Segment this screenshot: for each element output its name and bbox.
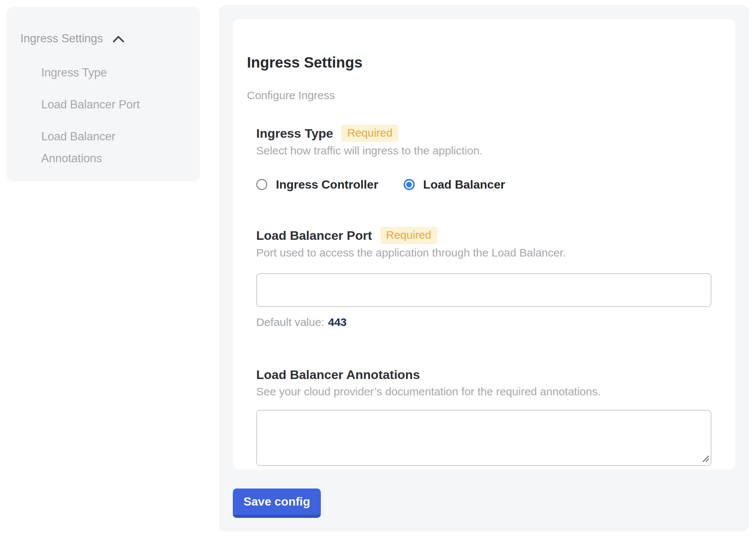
- sidebar-item-load-balancer-annotations[interactable]: Load Balancer Annotations: [41, 125, 141, 169]
- required-badge: Required: [341, 125, 398, 142]
- settings-sidebar: Ingress Settings Ingress Type Load Balan…: [7, 7, 200, 181]
- page-subtitle: Configure Ingress: [247, 88, 711, 102]
- default-value: 443: [328, 316, 346, 328]
- load-balancer-port-label: Load Balancer Port: [256, 227, 372, 244]
- default-value-line: Default value:443: [256, 315, 711, 329]
- ingress-type-description: Select how traffic will ingress to the a…: [256, 144, 711, 158]
- save-config-button[interactable]: Save config: [233, 489, 321, 518]
- chevron-up-icon: [113, 35, 124, 43]
- radio-option-ingress-controller[interactable]: Ingress Controller: [256, 178, 378, 191]
- field-load-balancer-annotations: Load Balancer Annotations See your cloud…: [256, 366, 711, 466]
- radio-option-load-balancer[interactable]: Load Balancer: [404, 178, 505, 191]
- sidebar-group-label: Ingress Settings: [20, 31, 103, 46]
- radio-icon[interactable]: [256, 179, 267, 190]
- load-balancer-port-description: Port used to access the application thro…: [256, 246, 711, 260]
- sidebar-item-load-balancer-port[interactable]: Load Balancer Port: [41, 94, 182, 115]
- ingress-type-label: Ingress Type: [256, 125, 333, 141]
- load-balancer-annotations-description: See your cloud provider’s documentation …: [256, 385, 711, 399]
- load-balancer-annotations-textarea[interactable]: [256, 410, 711, 466]
- field-ingress-type: Ingress Type Required Select how traffic…: [256, 125, 711, 191]
- load-balancer-annotations-label: Load Balancer Annotations: [256, 366, 420, 383]
- ingress-type-radio-group: Ingress Controller Load Balancer: [256, 178, 711, 191]
- radio-label: Load Balancer: [423, 178, 505, 191]
- radio-label: Ingress Controller: [276, 178, 378, 191]
- main-panel: Ingress Settings Configure Ingress Ingre…: [219, 5, 749, 532]
- sidebar-item-ingress-type[interactable]: Ingress Type: [41, 62, 182, 84]
- ingress-settings-card: Ingress Settings Configure Ingress Ingre…: [233, 19, 735, 470]
- required-badge: Required: [380, 227, 437, 244]
- radio-icon[interactable]: [404, 179, 415, 190]
- sidebar-group-ingress-settings[interactable]: Ingress Settings: [20, 31, 124, 46]
- page-title: Ingress Settings: [247, 53, 711, 71]
- sidebar-item-list: Ingress Type Load Balancer Port Load Bal…: [41, 62, 182, 169]
- load-balancer-port-input[interactable]: [256, 273, 711, 307]
- field-load-balancer-port: Load Balancer Port Required Port used to…: [256, 227, 711, 329]
- default-value-label: Default value:: [256, 316, 324, 328]
